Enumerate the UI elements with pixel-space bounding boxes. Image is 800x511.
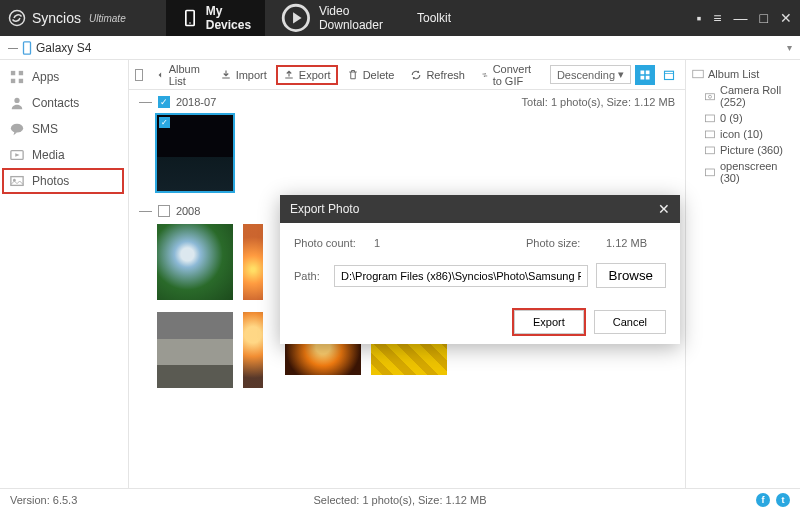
tab-toolkit[interactable]: Toolkit [397, 0, 465, 36]
sidebar-item-sms[interactable]: SMS [0, 116, 128, 142]
tab-toolkit-label: Toolkit [417, 11, 451, 25]
twitter-icon[interactable]: t [776, 493, 790, 507]
facebook-icon[interactable]: f [756, 493, 770, 507]
version-label: Version: 6.5.3 [10, 494, 77, 506]
photo-thumb[interactable]: ✓ [157, 115, 233, 191]
photo-thumb[interactable] [243, 312, 263, 388]
svg-rect-29 [706, 169, 715, 176]
tab-my-devices[interactable]: My Devices [166, 0, 265, 36]
minimize-icon[interactable]: ― [734, 10, 748, 26]
export-button[interactable]: Export [276, 65, 338, 85]
select-all-checkbox[interactable] [135, 69, 144, 81]
image-icon [704, 112, 716, 124]
dialog-cancel-button[interactable]: Cancel [594, 310, 666, 334]
svg-rect-11 [11, 79, 15, 83]
window-controls: ▪ ≡ ― □ ✕ [696, 10, 792, 26]
svg-rect-18 [641, 70, 645, 74]
album-list-header[interactable]: Album List [690, 66, 796, 82]
sidebar-sms-label: SMS [32, 122, 58, 136]
svg-point-2 [189, 22, 191, 24]
device-bar: — Galaxy S4 ▾ [0, 36, 800, 60]
view-calendar-button[interactable] [659, 65, 679, 85]
sidebar: Apps Contacts SMS Media Photos [0, 60, 129, 488]
device-phone-icon [22, 41, 32, 55]
sidebar-item-contacts[interactable]: Contacts [0, 90, 128, 116]
svg-rect-24 [706, 94, 715, 100]
photo-thumb[interactable] [157, 312, 233, 388]
svg-rect-22 [665, 71, 674, 79]
device-name[interactable]: Galaxy S4 [36, 41, 91, 55]
device-collapse-icon[interactable]: — [8, 42, 18, 53]
refresh-icon [410, 69, 422, 81]
sidebar-contacts-label: Contacts [32, 96, 79, 110]
maximize-icon[interactable]: □ [760, 10, 768, 26]
app-name: Syncios [32, 10, 81, 26]
photo-size-value: 1.12 MB [606, 237, 666, 249]
sidebar-item-apps[interactable]: Apps [0, 64, 128, 90]
header-nav: My Devices Video Downloader Toolkit [166, 0, 465, 36]
album-item[interactable]: Picture (360) [690, 142, 796, 158]
import-button[interactable]: Import [213, 65, 274, 85]
delete-label: Delete [363, 69, 395, 81]
photo-thumb[interactable] [243, 224, 263, 300]
svg-rect-23 [693, 70, 704, 78]
svg-point-13 [14, 98, 19, 103]
album-item[interactable]: icon (10) [690, 126, 796, 142]
svg-rect-12 [19, 79, 23, 83]
browse-button[interactable]: Browse [596, 263, 666, 288]
message-icon[interactable]: ▪ [696, 10, 701, 26]
album-item[interactable]: 0 (9) [690, 110, 796, 126]
play-icon [279, 1, 313, 35]
dialog-close-icon[interactable]: ✕ [658, 201, 670, 217]
sidebar-item-media[interactable]: Media [0, 142, 128, 168]
view-grid-button[interactable] [635, 65, 655, 85]
convert-icon [481, 69, 489, 81]
contacts-icon [10, 96, 24, 110]
device-dropdown-icon[interactable]: ▾ [787, 42, 792, 53]
svg-point-0 [10, 11, 25, 26]
sort-dropdown[interactable]: Descending ▾ [550, 65, 631, 84]
tab-video-label: Video Downloader [319, 4, 383, 32]
svg-rect-21 [646, 75, 650, 79]
dialog-titlebar[interactable]: Export Photo ✕ [280, 195, 680, 223]
svg-rect-10 [19, 71, 23, 75]
album-label: Camera Roll (252) [720, 84, 794, 108]
group-checkbox[interactable]: ✓ [158, 96, 170, 108]
delete-button[interactable]: Delete [340, 65, 402, 85]
tab-video-downloader[interactable]: Video Downloader [265, 0, 397, 36]
photo-size-label: Photo size: [526, 237, 606, 249]
tab-my-devices-label: My Devices [206, 4, 251, 32]
togif-button[interactable]: Convert to GIF [474, 60, 546, 91]
svg-point-14 [11, 124, 23, 133]
albumlist-button[interactable]: Album List [149, 60, 210, 91]
svg-rect-9 [11, 71, 15, 75]
chevron-down-icon: ▾ [618, 68, 624, 81]
path-input[interactable] [334, 265, 588, 287]
selection-status: Selected: 1 photo(s), Size: 1.12 MB [313, 494, 486, 506]
image-icon [704, 144, 716, 156]
menu-icon[interactable]: ≡ [713, 10, 721, 26]
toolbar: Album List Import Export Delete Refresh [129, 60, 685, 90]
path-label: Path: [294, 270, 334, 282]
collapse-icon[interactable]: — [139, 203, 152, 218]
album-panel: Album List Camera Roll (252) 0 (9) icon … [685, 60, 800, 488]
app-header: Syncios Ultimate My Devices Video Downlo… [0, 0, 800, 36]
close-icon[interactable]: ✕ [780, 10, 792, 26]
svg-rect-8 [24, 41, 31, 53]
collapse-icon[interactable]: — [139, 94, 152, 109]
photo-count-label: Photo count: [294, 237, 374, 249]
dialog-export-button[interactable]: Export [514, 310, 584, 334]
album-item[interactable]: Camera Roll (252) [690, 82, 796, 110]
group-summary: Total: 1 photo(s), Size: 1.12 MB [522, 96, 675, 108]
apps-icon [10, 70, 24, 84]
phone-icon [180, 8, 200, 28]
refresh-button[interactable]: Refresh [403, 65, 472, 85]
sidebar-item-photos[interactable]: Photos [2, 168, 124, 194]
photo-thumb[interactable] [157, 224, 233, 300]
togif-label: Convert to GIF [493, 63, 539, 87]
group-header[interactable]: — ✓ 2018-07 Total: 1 photo(s), Size: 1.1… [129, 90, 685, 113]
album-item[interactable]: openscreen (30) [690, 158, 796, 186]
group-checkbox[interactable] [158, 205, 170, 217]
album-label: Picture (360) [720, 144, 783, 156]
export-dialog: Export Photo ✕ Photo count: 1 Photo size… [280, 195, 680, 344]
